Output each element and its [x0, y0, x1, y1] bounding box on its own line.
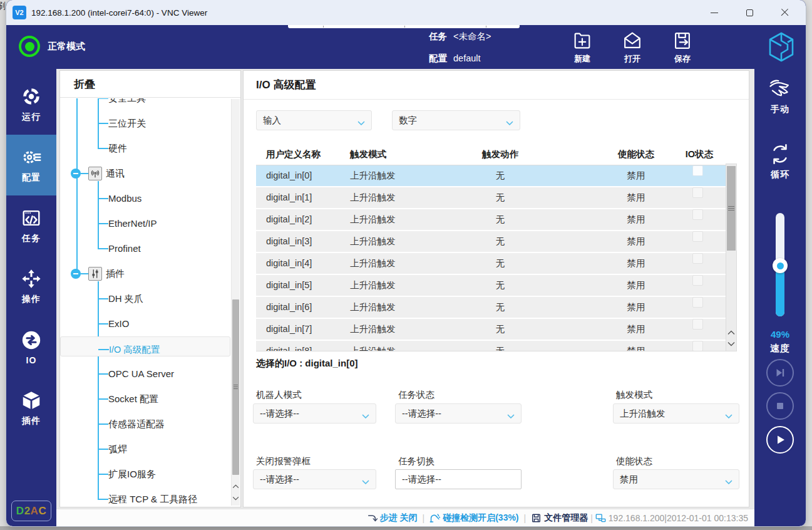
- nav-item-run[interactable]: 运行: [6, 74, 56, 135]
- tree-scrollbar[interactable]: [231, 99, 240, 506]
- step-status[interactable]: 步进 关闭: [367, 512, 418, 524]
- table-row[interactable]: digital_in[4]上升沿触发无禁用: [256, 253, 726, 274]
- status-bar: 步进 关闭 | 碰撞检测开启(33%) | 文件管理器 | 192.168.1.…: [56, 509, 754, 526]
- tree-item-leaf[interactable]: 远程 TCP & 工具路径: [60, 487, 230, 506]
- io-type-value: 数字: [399, 115, 417, 127]
- table-row[interactable]: digital_in[6]上升沿触发无禁用: [256, 297, 726, 318]
- nav-item-io[interactable]: IO: [6, 317, 56, 378]
- tree-item-leaf[interactable]: 扩展IO服务: [60, 462, 230, 487]
- tree-item-leaf[interactable]: 传感器适配器: [60, 412, 230, 437]
- tree-item-label: DH 夹爪: [108, 286, 143, 311]
- tree-connector: [98, 148, 108, 149]
- nav-item-plugin[interactable]: 插件: [6, 378, 56, 439]
- io-state-checkbox[interactable]: [692, 297, 703, 308]
- manual-mode-button[interactable]: 手动: [754, 78, 806, 115]
- tree-item-leaf[interactable]: OPC UA Server: [60, 361, 230, 387]
- field-value: 禁用: [620, 474, 638, 486]
- chevron-down-icon: [506, 118, 513, 123]
- tree-item-leaf[interactable]: Socket 配置: [60, 387, 230, 412]
- tree-item-leaf[interactable]: 三位开关: [60, 111, 230, 136]
- window-titlebar[interactable]: V2 192.168.1.200 (intel-corei7-64:0) - V…: [6, 0, 806, 25]
- tree-item-leaf[interactable]: Profinet: [60, 236, 230, 261]
- speed-slider[interactable]: [776, 213, 784, 316]
- field-task-state[interactable]: --请选择--: [395, 403, 522, 423]
- tree-item-label: 安全工具: [108, 98, 146, 111]
- io-direction-select[interactable]: 输入: [256, 110, 372, 130]
- io-type-select[interactable]: 数字: [392, 110, 520, 130]
- io-state-checkbox[interactable]: [692, 187, 703, 198]
- tree-item-leaf[interactable]: I/O 高级配置: [60, 336, 230, 356]
- tree-collapse-icon[interactable]: [71, 169, 81, 179]
- table-row[interactable]: digital_in[3]上升沿触发无禁用: [256, 231, 726, 252]
- table-scrollbar[interactable]: [726, 164, 737, 351]
- io-state-checkbox[interactable]: [692, 319, 703, 330]
- minimize-button[interactable]: [697, 0, 732, 25]
- table-row[interactable]: digital_in[1]上升沿触发无禁用: [256, 187, 726, 208]
- nav-item-config[interactable]: 配置: [6, 135, 56, 195]
- tree-item-leaf[interactable]: ExIO: [60, 311, 230, 336]
- field-trigger-mode[interactable]: 上升沿触发: [613, 403, 739, 423]
- tree-item-node[interactable]: 通讯: [60, 161, 230, 186]
- maximize-button[interactable]: [732, 0, 767, 25]
- field-enable-state[interactable]: 禁用: [613, 469, 739, 489]
- scroll-down-icon[interactable]: [726, 338, 736, 350]
- cycle-mode-button[interactable]: 循环: [754, 143, 806, 180]
- io-state-checkbox[interactable]: [692, 341, 703, 351]
- collision-icon: [429, 513, 440, 523]
- stop-icon: [774, 400, 786, 412]
- tree-item-leaf[interactable]: DH 夹爪: [60, 286, 230, 311]
- tree-item-leaf[interactable]: 硬件: [60, 136, 230, 161]
- play-button[interactable]: [766, 426, 794, 454]
- chevron-down-icon: [357, 118, 365, 123]
- tree-item-leaf[interactable]: 安全工具: [60, 98, 230, 111]
- field-value: --请选择--: [402, 474, 441, 486]
- io-state-checkbox[interactable]: [692, 253, 703, 264]
- nav-item-operate[interactable]: 操作: [6, 256, 56, 317]
- table-row[interactable]: digital_in[2]上升沿触发无禁用: [256, 209, 726, 230]
- tree-item-label: 远程 TCP & 工具路径: [108, 487, 197, 506]
- io-state-checkbox[interactable]: [692, 209, 703, 220]
- divider: |: [423, 513, 425, 523]
- scroll-down-icon[interactable]: [232, 492, 240, 504]
- table-row[interactable]: digital_in[0]上升沿触发无禁用: [256, 165, 726, 186]
- nav-item-task[interactable]: 任务: [6, 195, 56, 256]
- header-action-new[interactable]: 新建: [557, 28, 607, 66]
- table-scrollbar-thumb[interactable]: [727, 166, 736, 251]
- vnc-toolbar-notch[interactable]: [288, 25, 520, 28]
- tree-scrollbar-thumb[interactable]: [232, 299, 239, 475]
- tree-connector: [81, 273, 88, 274]
- tree-connector: [98, 298, 108, 299]
- tree-item-leaf[interactable]: 弧焊: [60, 437, 230, 462]
- tree-item-leaf[interactable]: Modbus: [60, 186, 230, 211]
- io-state-checkbox[interactable]: [692, 275, 703, 286]
- io-state-checkbox[interactable]: [692, 231, 703, 242]
- tree-collapse-icon[interactable]: [71, 269, 81, 279]
- tree-collapse-header[interactable]: 折叠: [60, 71, 240, 98]
- field-task-switch[interactable]: --请选择--: [395, 469, 522, 489]
- header-action-open[interactable]: 打开: [607, 28, 657, 66]
- speed-slider-handle[interactable]: [773, 258, 788, 273]
- table-row[interactable]: digital_in[5]上升沿触发无禁用: [256, 275, 726, 296]
- app-header: 正常模式 任务<未命名> 配置default 新建打开保存: [6, 25, 806, 69]
- scroll-up-icon[interactable]: [232, 481, 240, 492]
- tree-item-node[interactable]: 插件: [60, 261, 230, 286]
- field-label-task-state: 任务状态: [398, 389, 434, 402]
- table-row[interactable]: digital_in[8]上升沿触发无禁用: [256, 341, 726, 351]
- cell-action: 无: [463, 253, 538, 274]
- field-robot-mode[interactable]: --请选择--: [253, 403, 376, 423]
- tree-item-label: 弧焊: [108, 437, 127, 462]
- collision-status[interactable]: 碰撞检测开启(33%): [429, 512, 518, 524]
- cell-enable: 禁用: [599, 319, 674, 340]
- tree-item-leaf[interactable]: EtherNet/IP: [60, 211, 230, 236]
- header-action-save[interactable]: 保存: [657, 28, 707, 66]
- scroll-up-icon[interactable]: [726, 327, 736, 338]
- file-manager-button[interactable]: 文件管理器: [531, 512, 588, 524]
- left-nav: 运行配置任务操作IO插件 D2AC: [6, 69, 56, 526]
- cell-action: 无: [463, 319, 538, 340]
- io-state-checkbox[interactable]: [692, 165, 703, 176]
- field-close-alarm[interactable]: --请选择--: [253, 469, 376, 489]
- d2ac-letter: A: [31, 505, 39, 517]
- operate-icon: [21, 268, 42, 289]
- close-button[interactable]: [767, 0, 802, 25]
- table-row[interactable]: digital_in[7]上升沿触发无禁用: [256, 319, 726, 340]
